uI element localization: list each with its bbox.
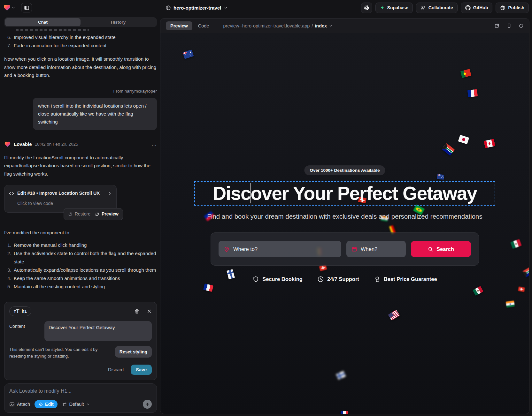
preview-viewport[interactable]: Over 1000+ Destinations Available Discov… xyxy=(160,33,529,414)
user-message-bubble: when i scroll into the individual locati… xyxy=(33,98,157,130)
chevron-down-icon xyxy=(12,6,15,10)
assistant-paragraph: I've modified the component to: xyxy=(4,229,157,237)
save-button[interactable]: Save xyxy=(131,365,152,375)
restore-button[interactable]: Restore xyxy=(68,210,90,218)
collaborate-button[interactable]: Collaborate xyxy=(416,3,458,13)
open-in-new-window-button[interactable] xyxy=(494,23,500,28)
tab-code[interactable]: Code xyxy=(198,23,209,28)
assistant-paragraph: I'll modify the LocationScroll component… xyxy=(4,154,157,178)
lovable-logo-menu[interactable] xyxy=(3,4,15,11)
destinations-badge: Over 1000+ Destinations Available xyxy=(304,165,385,175)
collaborate-label: Collaborate xyxy=(428,5,453,10)
chat-scroll-area[interactable]: 6. Improved visual hierarchy in the expa… xyxy=(4,27,157,302)
hero-subtitle: Find and book your dream destination wit… xyxy=(160,213,529,220)
code-icon xyxy=(9,191,14,196)
message-menu-button[interactable]: … xyxy=(151,140,157,148)
clock-icon xyxy=(317,276,324,283)
preview-toolbar: Preview Code preview--hero-optimizer-tra… xyxy=(160,19,529,33)
flag-mexico-icon xyxy=(510,239,522,249)
list-item: 6. Improved visual hierarchy in the expa… xyxy=(4,33,157,42)
where-to-input[interactable]: Where to? xyxy=(219,241,341,257)
chevron-down-icon xyxy=(86,402,90,406)
flag-india-icon xyxy=(506,300,515,307)
award-icon xyxy=(374,276,381,283)
close-editor-button[interactable] xyxy=(147,309,152,314)
flag-france-icon xyxy=(467,89,478,97)
supabase-bolt-icon xyxy=(380,5,385,10)
restore-preview-toolbar: Restore Preview xyxy=(64,208,123,220)
chevron-down-icon xyxy=(224,6,228,10)
hero-heading[interactable]: Discover Your Perfect Getaway xyxy=(213,183,477,204)
list-item: 2.Use the activeIndex state to control b… xyxy=(4,249,157,266)
flag-southafrica-icon xyxy=(442,143,455,156)
globe-icon xyxy=(500,5,505,11)
edit-mode-button[interactable]: Edit xyxy=(35,400,57,408)
preview-url[interactable]: preview--hero-optimizer-travel.lovable.a… xyxy=(223,23,333,28)
prompt-input[interactable] xyxy=(9,388,152,394)
flag-australia-icon xyxy=(182,49,194,59)
supabase-button[interactable]: Supabase xyxy=(375,3,413,13)
send-button[interactable] xyxy=(143,400,152,409)
restore-icon xyxy=(68,212,73,216)
flag-france-icon xyxy=(341,411,349,414)
settings-button[interactable] xyxy=(361,3,372,13)
project-switcher[interactable]: hero-optimizer-travel xyxy=(166,5,228,11)
list-item: 5.Maintain all the existing content and … xyxy=(4,283,157,291)
delete-element-button[interactable] xyxy=(134,309,140,314)
flag-france-icon xyxy=(203,284,213,292)
feature-secure-booking: Secure Booking xyxy=(252,276,303,283)
github-label: GitHub xyxy=(473,5,488,10)
discard-button[interactable]: Discard xyxy=(108,367,124,372)
chevron-right-icon xyxy=(107,191,112,196)
element-tag-chip[interactable]: ᴛT h1 xyxy=(9,306,31,316)
default-mode-dropdown[interactable]: Default xyxy=(62,402,90,407)
content-textarea[interactable]: Discover Your Perfect Getaway xyxy=(44,321,152,341)
tab-preview[interactable]: Preview xyxy=(166,21,192,30)
attach-button[interactable]: Attach xyxy=(9,402,30,407)
feature-support: 24/7 Support xyxy=(317,276,359,283)
sidebar-toggle-button[interactable] xyxy=(21,3,32,12)
url-page: index xyxy=(315,23,327,28)
lovable-heart-icon xyxy=(4,141,11,147)
edit-card-subtitle: Click to view code xyxy=(17,200,112,208)
assistant-list-bottom: 1.Remove the manual click handling 2.Use… xyxy=(4,241,157,291)
tab-chat[interactable]: Chat xyxy=(5,18,81,26)
refresh-button[interactable] xyxy=(519,23,524,28)
target-icon xyxy=(38,402,43,407)
search-icon xyxy=(428,246,433,252)
panel-layout-icon xyxy=(24,5,29,11)
arrow-up-icon xyxy=(145,402,150,407)
flag-newzealand-icon xyxy=(437,174,444,180)
feature-price-guarantee: Best Price Guarantee xyxy=(374,276,437,283)
sliders-icon xyxy=(62,402,67,407)
publish-label: Publish xyxy=(508,5,524,10)
reset-styling-button[interactable]: Reset styling xyxy=(115,346,152,358)
element-editor-panel: ᴛT h1 Content Discover Your Perfect xyxy=(4,302,157,380)
mobile-view-button[interactable] xyxy=(507,23,512,28)
sidebar-tabbar: Chat History xyxy=(4,17,157,27)
tab-history[interactable]: History xyxy=(81,18,156,26)
message-author-label: From harrymckayroper xyxy=(4,87,157,95)
text-caret xyxy=(251,183,251,203)
h1-selection-outline[interactable]: Discover Your Perfect Getaway xyxy=(194,181,495,206)
location-pin-icon xyxy=(224,246,230,252)
element-tag: h1 xyxy=(22,309,27,314)
flag-mexico-icon xyxy=(473,286,483,296)
flag-japan-icon xyxy=(458,135,469,144)
publish-button[interactable]: Publish xyxy=(496,3,529,13)
flag-switzerland-icon xyxy=(518,286,525,292)
where-placeholder: Where to? xyxy=(233,246,258,252)
list-item: 4.Keep the same smooth animations and tr… xyxy=(4,274,157,283)
flag-canada-icon xyxy=(484,139,495,148)
github-button[interactable]: GitHub xyxy=(461,3,493,13)
list-item: 3.Automatically expand/collapse location… xyxy=(4,266,157,274)
preview-button[interactable]: Preview xyxy=(95,210,119,218)
chevron-down-icon xyxy=(329,24,333,28)
when-input[interactable]: When? xyxy=(346,241,406,257)
search-button[interactable]: Search xyxy=(411,241,471,257)
calendar-icon xyxy=(351,246,357,252)
feature-row: Secure Booking 24/7 Support xyxy=(160,276,529,283)
supabase-label: Supabase xyxy=(387,5,408,10)
open-external-icon xyxy=(95,212,99,216)
list-item: 7. Fade-in animation for the expanded co… xyxy=(4,42,157,50)
